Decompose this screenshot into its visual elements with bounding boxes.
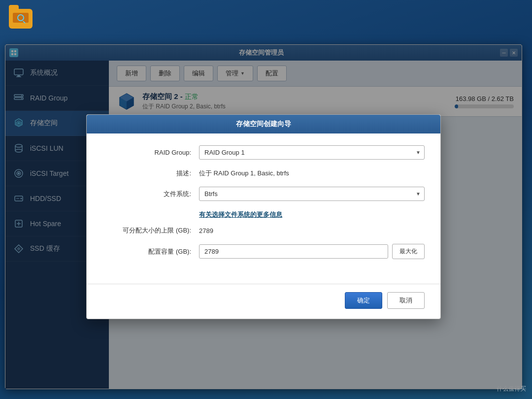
filesystem-select-wrapper: Btrfs ext4 ▼ bbox=[199, 187, 425, 201]
modal-overlay: 存储空间创建向导 RAID Group: RAID Group 1 RAID G… bbox=[5, 45, 522, 389]
dialog-title: 存储空间创建向导 bbox=[87, 115, 440, 133]
filesystem-info-row: 有关选择文件系统的更多信息 bbox=[102, 210, 425, 219]
max-size-label: 可分配大小的上限 (GB): bbox=[102, 226, 191, 235]
description-row: 描述: 位于 RAID Group 1, Basic, btrfs bbox=[102, 168, 425, 178]
max-size-row: 可分配大小的上限 (GB): 2789 bbox=[102, 226, 425, 235]
confirm-button[interactable]: 确定 bbox=[345, 292, 382, 309]
config-size-row: 配置容量 (GB): 最大化 bbox=[102, 244, 425, 259]
raid-group-select[interactable]: RAID Group 1 RAID Group 2 RAID Group 3 bbox=[199, 145, 425, 160]
dialog-footer: 确定 取消 bbox=[87, 292, 440, 319]
filesystem-control: Btrfs ext4 ▼ bbox=[199, 187, 425, 201]
magnifier-icon bbox=[17, 14, 24, 21]
create-storage-dialog: 存储空间创建向导 RAID Group: RAID Group 1 RAID G… bbox=[86, 114, 441, 319]
raid-group-row: RAID Group: RAID Group 1 RAID Group 2 RA… bbox=[102, 145, 425, 160]
folder-inner bbox=[13, 13, 29, 23]
filesystem-label: 文件系统: bbox=[102, 190, 191, 199]
description-label: 描述: bbox=[102, 169, 191, 178]
desktop: 存储空间管理员 ─ ✕ 系统概况 bbox=[0, 0, 532, 399]
raid-group-select-wrapper: RAID Group 1 RAID Group 2 RAID Group 3 ▼ bbox=[199, 145, 425, 160]
max-size-value-container: 2789 bbox=[199, 226, 425, 235]
maximize-button[interactable]: 最大化 bbox=[392, 244, 425, 259]
filesystem-info-text[interactable]: 有关选择文件系统的更多信息 bbox=[199, 211, 282, 218]
cancel-button[interactable]: 取消 bbox=[387, 292, 425, 309]
config-size-input[interactable] bbox=[199, 244, 388, 259]
config-size-control: 最大化 bbox=[199, 244, 425, 259]
raid-group-control: RAID Group 1 RAID Group 2 RAID Group 3 ▼ bbox=[199, 145, 425, 160]
filesystem-row: 文件系统: Btrfs ext4 ▼ bbox=[102, 187, 425, 201]
dialog-body: RAID Group: RAID Group 1 RAID Group 2 RA… bbox=[87, 133, 440, 280]
app-window: 存储空间管理员 ─ ✕ 系统概况 bbox=[5, 44, 522, 389]
raid-group-label: RAID Group: bbox=[102, 149, 191, 156]
folder-shape bbox=[9, 9, 33, 29]
description-value: 位于 RAID Group 1, Basic, btrfs bbox=[199, 166, 289, 180]
max-size-value: 2789 bbox=[199, 224, 213, 237]
config-size-label: 配置容量 (GB): bbox=[102, 247, 191, 256]
config-size-input-group: 最大化 bbox=[199, 244, 425, 259]
desktop-folder-icon[interactable] bbox=[9, 9, 33, 29]
description-control: 位于 RAID Group 1, Basic, btrfs bbox=[199, 168, 425, 178]
filesystem-select[interactable]: Btrfs ext4 bbox=[199, 187, 425, 201]
dialog-divider bbox=[87, 284, 440, 284]
filesystem-info-control: 有关选择文件系统的更多信息 bbox=[199, 210, 425, 219]
